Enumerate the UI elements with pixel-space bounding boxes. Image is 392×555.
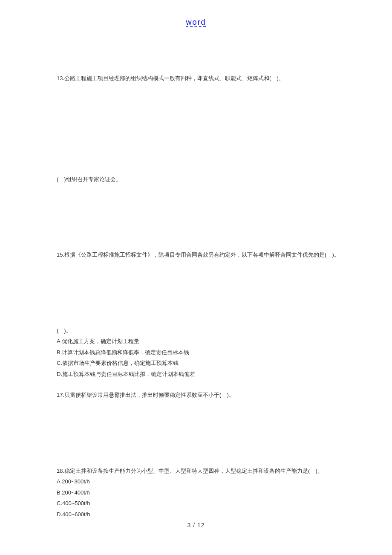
question-18: 18.稳定土拌和设备按生产能力分为小型、中型、大型和特大型四种，大型稳定土拌和设… — [57, 467, 346, 475]
page-number: 3 / 12 — [0, 522, 392, 529]
option-18-c: C.400~500t/h — [57, 499, 346, 508]
header-link[interactable]: word — [0, 18, 392, 27]
question-15: 15.根据《公路工程标准施工招标文件》，除项目专用合同条款另有约定外，以下各项中… — [57, 251, 346, 259]
question-16-options: A.优化施工方案，确定计划工程量 B.计算计划本钱总降低额和降低率，确定责任目标… — [57, 337, 346, 378]
option-16-c: C.依据市场生产要素价格信息，确定施工预算本钱 — [57, 359, 346, 367]
question-13: 13.公路工程施工项目经理部的组织结构模式一般有四种，即直线式、职能式、矩阵式和… — [57, 74, 346, 83]
page-content: 13.公路工程施工项目经理部的组织结构模式一般有四种，即直线式、职能式、矩阵式和… — [57, 74, 346, 521]
option-16-b: B.计算计划本钱总降低额和降低率，确定责任目标本钱 — [57, 348, 346, 357]
question-16-fragment: ( )。 — [57, 327, 346, 335]
option-18-d: D.400~600t/h — [57, 510, 346, 519]
option-18-a: A.200~300t/h — [57, 477, 346, 486]
question-17: 17.贝雷便桥架设常用悬臂推出法，推出时倾覆稳定性系数应不小于( )。 — [57, 391, 346, 399]
question-18-options: A.200~300t/h B.200~400t/h C.400~500t/h D… — [57, 477, 346, 518]
option-16-a: A.优化施工方案，确定计划工程量 — [57, 337, 346, 346]
option-16-d: D.施工预算本钱与责任目标本钱比拟，确定计划本钱偏差 — [57, 370, 346, 379]
option-18-b: B.200~400t/h — [57, 489, 346, 497]
question-14-fragment: ( )组织召开专家论证会。 — [57, 175, 346, 184]
